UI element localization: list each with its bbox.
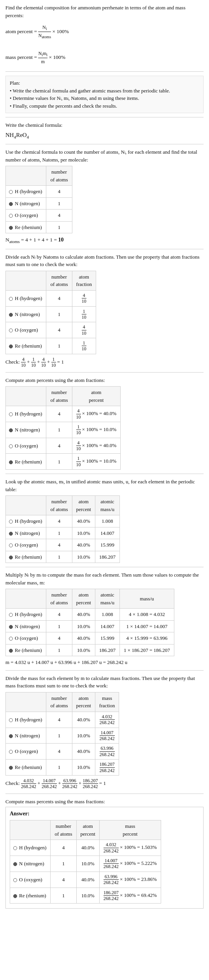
- table-row: Re (rhenium) 1 110 × 100% = 10.0%: [6, 454, 121, 470]
- answer-box: Answer: numberof atoms atompercent massp…: [5, 807, 204, 909]
- dot-H: [9, 613, 13, 617]
- masspct-Re: 186.207268.242 × 100% = 69.42%: [99, 888, 161, 904]
- table-row: O (oxygen) 4 410 × 100% = 40.0%: [6, 438, 121, 454]
- table-row: H (hydrogen) 4 40.0% 4.032268.242: [6, 712, 119, 728]
- pct-Re: 10.0%: [72, 551, 95, 563]
- ni-O: 4: [46, 744, 72, 760]
- dot-N: [9, 313, 13, 317]
- massu-N: 1 × 14.007 = 14.007: [120, 620, 174, 632]
- element-Re: Re (rhenium): [10, 888, 51, 904]
- element-O: O (oxygen): [6, 539, 46, 551]
- masspct-O: 63.996268.242 × 100% = 23.86%: [99, 872, 161, 888]
- element-N: N (nitrogen): [6, 306, 46, 322]
- plan-header: Plan:: [10, 79, 199, 87]
- natoms-equation: Natoms = 4 + 1 + 4 + 1 = 10: [5, 236, 204, 245]
- step7-col-frac: massfraction: [95, 692, 119, 712]
- step3-col-atoms: numberof atoms: [46, 271, 72, 290]
- element-N: N (nitrogen): [6, 197, 46, 209]
- dot-N: [13, 862, 17, 866]
- step5-col-element: [6, 496, 46, 515]
- dot-H: [9, 412, 13, 416]
- mass-Re: 186.207: [95, 644, 119, 656]
- pct-H: 410 × 100% = 40.0%: [72, 406, 121, 422]
- table-row: H (hydrogen) 4: [6, 186, 72, 198]
- mass-N: 14.007: [95, 620, 119, 632]
- element-H: H (hydrogen): [6, 186, 46, 198]
- intro-section: Find the elemental composition for ammon…: [5, 4, 204, 67]
- step6-col-atoms: numberof atoms: [46, 589, 72, 609]
- element-H: H (hydrogen): [6, 290, 46, 306]
- ni-O: 4: [51, 872, 76, 888]
- step1-header: Write the chemical formula:: [5, 121, 204, 129]
- step5-section: Look up the atomic mass, mᵢ, in unified …: [5, 478, 204, 563]
- table-row: N (nitrogen) 1 10.0% 14.007 1 × 14.007 =…: [6, 620, 174, 632]
- table-row: N (nitrogen) 1 10.0% 14.007: [6, 527, 120, 539]
- chemical-formula: NH4ReO4: [5, 131, 204, 140]
- ni-N: 1: [46, 306, 72, 322]
- step2-col-atoms: numberof atoms: [46, 166, 72, 186]
- plan-list: Write the chemical formula and gather at…: [10, 87, 199, 110]
- step8-col-masspct: masspercent: [99, 820, 161, 840]
- pct-N: 10.0%: [72, 620, 95, 632]
- ni-N: 1: [46, 197, 72, 209]
- step4-col-element: [6, 387, 46, 406]
- mass-H: 1.008: [95, 609, 119, 621]
- dot-H: [9, 297, 13, 301]
- ni-N: 1: [46, 422, 72, 438]
- table-row: N (nitrogen) 1 110: [6, 306, 96, 322]
- ni-O: 4: [46, 539, 72, 551]
- dot-Re: [9, 226, 13, 230]
- masspct-H: 4.032268.242 × 100% = 1.503%: [99, 840, 161, 856]
- dot-O: [9, 214, 13, 218]
- ni-H: 4: [46, 406, 72, 422]
- ni-H: 4: [46, 712, 72, 728]
- step4-col-pct: atompercent: [72, 387, 121, 406]
- dot-N: [9, 202, 13, 206]
- formula2: mass percent = Nimim × 100%: [5, 50, 204, 65]
- pct-N: 10.0%: [72, 728, 95, 744]
- step7-check: Check: 4.032268.242 + 14.007268.242 + 63…: [5, 778, 204, 790]
- formula1: atom percent = NiNatoms × 100%: [5, 24, 204, 40]
- element-O: O (oxygen): [6, 322, 46, 338]
- plan-item-3: Finally, compute the percents and check …: [10, 102, 199, 110]
- pct-N: 110 × 100% = 10.0%: [72, 422, 121, 438]
- pct-Re: 10.0%: [72, 760, 95, 776]
- step6-table: numberof atoms atompercent atomicmass/u …: [5, 589, 174, 656]
- table-row: Re (rhenium) 1 10.0% 186.207: [6, 551, 120, 563]
- massfrac-H: 4.032268.242: [95, 712, 119, 728]
- plan-section: Plan: Write the chemical formula and gat…: [5, 76, 204, 113]
- dot-H: [9, 718, 13, 722]
- pct-O: 40.0%: [76, 872, 99, 888]
- pct-O: 40.0%: [72, 632, 95, 644]
- step2-col-element: [6, 166, 46, 186]
- step8-header: Compute mass percents using the mass fra…: [5, 798, 204, 806]
- step5-col-atoms: numberof atoms: [46, 496, 72, 515]
- step1-section: Write the chemical formula: NH4ReO4: [5, 121, 204, 140]
- ni-O: 4: [46, 322, 72, 338]
- mass-Re: 186.207: [95, 551, 119, 563]
- step5-col-mass: atomicmass/u: [95, 496, 119, 515]
- table-row: Re (rhenium) 1 10.0% 186.207 1 × 186.207…: [6, 644, 174, 656]
- table-row: O (oxygen) 4 40.0% 15.999 4 × 15.999 = 6…: [6, 632, 174, 644]
- ni-Re: 1: [46, 760, 72, 776]
- step4-col-atoms: numberof atoms: [46, 387, 72, 406]
- table-row: H (hydrogen) 4 40.0% 4.032268.242 × 100%…: [10, 840, 161, 856]
- dot-N: [9, 625, 13, 629]
- frac-N: 110: [72, 306, 96, 322]
- massu-Re: 1 × 186.207 = 186.207: [120, 644, 174, 656]
- massfrac-Re: 186.207268.242: [95, 760, 119, 776]
- ni-N: 1: [51, 856, 76, 872]
- dot-Re: [9, 766, 13, 770]
- ni-Re: 1: [46, 454, 72, 470]
- step3-table: numberof atoms atomfraction H (hydrogen)…: [5, 271, 96, 354]
- ni-N: 1: [46, 527, 72, 539]
- ni-H: 4: [46, 290, 72, 306]
- plan-item-2: Determine values for Nᵢ, mᵢ, Natoms, and…: [10, 94, 199, 102]
- step2-table: numberof atoms H (hydrogen) 4 N (nitroge…: [5, 166, 72, 233]
- table-row: O (oxygen) 4 40.0% 15.999: [6, 539, 120, 551]
- step8-col-element: [10, 820, 51, 840]
- dot-Re: [9, 460, 13, 464]
- element-H: H (hydrogen): [6, 712, 46, 728]
- table-row: Re (rhenium) 1: [6, 221, 72, 233]
- dot-H: [9, 190, 13, 194]
